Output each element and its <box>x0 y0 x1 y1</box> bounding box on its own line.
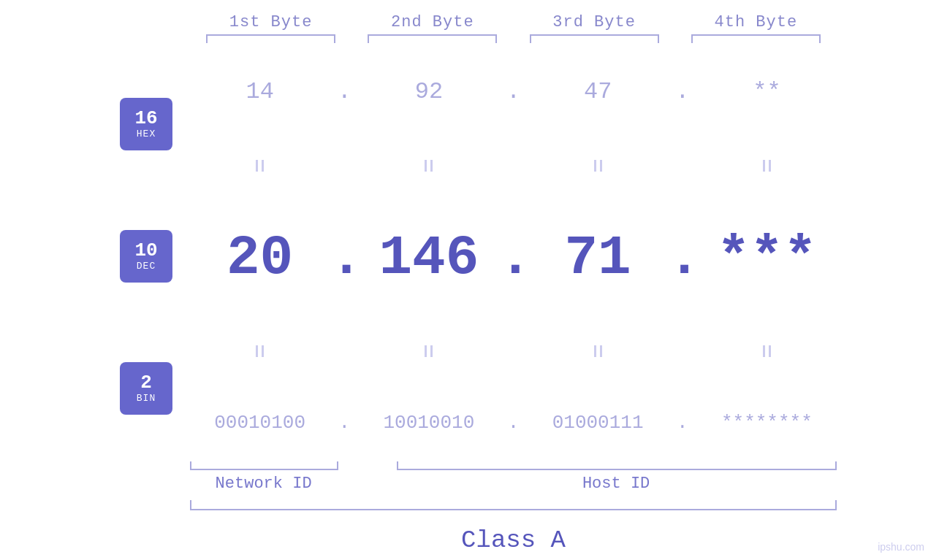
hex-badge-number: 16 <box>134 108 157 129</box>
hex-dot-3: . <box>668 78 697 105</box>
eq-cell-5 <box>190 345 330 357</box>
dec-badge-label: DEC <box>137 261 156 272</box>
dec-badge-number: 10 <box>134 240 157 261</box>
host-bracket <box>397 461 837 470</box>
eq-dot-1 <box>330 160 359 172</box>
eq-dot-5 <box>499 345 528 357</box>
eq-row-1 <box>190 160 837 172</box>
eq-dot-2 <box>499 160 528 172</box>
bar-1b <box>262 160 264 172</box>
main-container: 1st Byte 2nd Byte 3rd Byte 4th Byte 16 H… <box>0 0 939 560</box>
bar-3b <box>600 160 602 172</box>
hex-dot-2: . <box>499 78 528 105</box>
dec-dot-1: . <box>330 227 359 290</box>
bottom-labels: Network ID Host ID <box>190 475 837 493</box>
hex-value-row: 14 . 92 . 47 . ** <box>190 78 837 105</box>
header-row: 1st Byte 2nd Byte 3rd Byte 4th Byte <box>102 0 837 31</box>
hex-b3: 47 <box>528 78 668 105</box>
bar-5b <box>262 345 264 357</box>
bin-b4: ******** <box>697 412 837 434</box>
bar-8b <box>769 345 771 357</box>
hex-dot-1: . <box>330 78 359 105</box>
eq-cell-2 <box>359 160 498 172</box>
hex-badge: 16 HEX <box>120 98 172 150</box>
eq-cell-6 <box>359 345 498 357</box>
bin-dot-3: . <box>668 412 697 434</box>
top-bracket-row <box>102 34 837 43</box>
bin-dot-2: . <box>499 412 528 434</box>
byte4-label: 4th Byte <box>675 13 837 31</box>
eq-cell-3 <box>528 160 668 172</box>
bar-7a <box>594 345 596 357</box>
eq-row-2 <box>190 345 837 357</box>
bar-8a <box>763 345 765 357</box>
hex-badge-label: HEX <box>137 129 156 139</box>
bar-4b <box>769 160 771 172</box>
bin-badge-label: BIN <box>137 393 156 404</box>
eq-cell-4 <box>697 160 837 172</box>
host-id-label: Host ID <box>395 475 837 493</box>
hex-b2: 92 <box>359 78 498 105</box>
bar-1a <box>256 160 258 172</box>
byte3-label: 3rd Byte <box>514 13 675 31</box>
dec-b4: *** <box>697 227 837 290</box>
eq-dot-3 <box>668 160 697 172</box>
bracket-2 <box>351 34 513 43</box>
eq-dot-4 <box>330 345 359 357</box>
eq-dot-6 <box>668 345 697 357</box>
bin-dot-1: . <box>330 412 359 434</box>
dec-b2: 146 <box>359 227 498 290</box>
dec-dot-3: . <box>668 227 697 290</box>
badge-column: 16 HEX 10 DEC 2 BIN <box>102 50 190 461</box>
network-bracket <box>190 461 338 470</box>
dec-b1: 20 <box>190 227 330 290</box>
dec-dot-2: . <box>499 227 528 290</box>
bar-6a <box>425 345 427 357</box>
bottom-brackets <box>190 461 837 470</box>
main-content: 16 HEX 10 DEC 2 BIN 14 . <box>102 50 837 461</box>
dec-badge: 10 DEC <box>120 230 172 283</box>
watermark: ipshu.com <box>878 541 924 553</box>
byte1-label: 1st Byte <box>190 13 351 31</box>
eq-cell-8 <box>697 345 837 357</box>
bar-2b <box>430 160 433 172</box>
data-section: 14 . 92 . 47 . ** <box>190 50 837 461</box>
bin-badge-number: 2 <box>140 372 152 394</box>
bar-6b <box>430 345 433 357</box>
hex-b4: ** <box>697 78 837 105</box>
bracket-1 <box>190 34 351 43</box>
dec-b3: 71 <box>528 227 668 290</box>
bin-b3: 01000111 <box>528 412 668 434</box>
bar-4a <box>763 160 765 172</box>
bracket-4 <box>675 34 837 43</box>
class-label: Class A <box>102 515 837 560</box>
eq-cell-7 <box>528 345 668 357</box>
bin-badge: 2 BIN <box>120 362 172 415</box>
bar-3a <box>594 160 596 172</box>
class-bracket <box>190 500 837 510</box>
bin-b1: 00010100 <box>190 412 330 434</box>
bracket-3 <box>514 34 675 43</box>
bar-5a <box>256 345 258 357</box>
dec-value-row: 20 . 146 . 71 . *** <box>190 227 837 290</box>
bottom-section: Network ID Host ID <box>102 461 837 493</box>
bin-b2: 10010010 <box>359 412 498 434</box>
bar-7b <box>600 345 602 357</box>
byte2-label: 2nd Byte <box>351 13 513 31</box>
eq-cell-1 <box>190 160 330 172</box>
bin-value-row: 00010100 . 10010010 . 01000111 . <box>190 412 837 434</box>
bar-2a <box>425 160 427 172</box>
hex-b1: 14 <box>190 78 330 105</box>
network-id-label: Network ID <box>190 475 337 493</box>
